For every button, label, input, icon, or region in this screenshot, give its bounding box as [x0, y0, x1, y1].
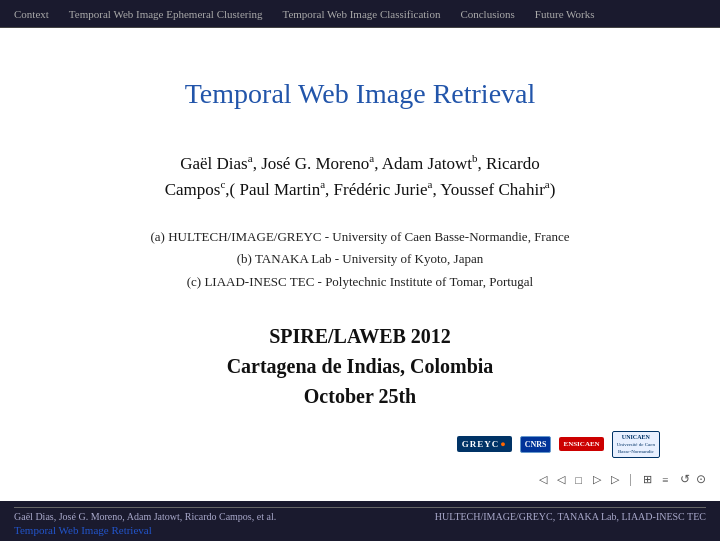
nav-page-btn[interactable]: □ [572, 473, 586, 487]
bottom-separator [14, 507, 706, 508]
slide-content: Temporal Web Image Retrieval Gaël Diasa,… [0, 28, 720, 501]
slide-nav-controls: ◁ ◁ □ ▷ ▷ | ⊞ ≡ ↺ ⊙ [536, 472, 706, 487]
nav-zoom-btn[interactable]: ⊞ [640, 473, 654, 487]
bottom-bar: Gaël Dias, José G. Moreno, Adam Jatowt, … [0, 501, 720, 541]
conf-line2: Cartagena de Indias, Colombia [227, 351, 494, 381]
author-dias: Gaël Diasa, José G. Morenoa, Adam Jatowt… [180, 154, 540, 173]
affil-c: (c) LIAAD-INESC TEC - Polytechnic Instit… [150, 271, 569, 293]
affil-a: (a) HULTECH/IMAGE/GREYC - University of … [150, 226, 569, 248]
slide-title: Temporal Web Image Retrieval [185, 78, 536, 110]
bottom-bar-top: Gaël Dias, José G. Moreno, Adam Jatowt, … [14, 511, 706, 522]
bottom-affiliation: HULTECH/IMAGE/GREYC, TANAKA Lab, LIAAD-I… [435, 511, 706, 522]
authors-block: Gaël Diasa, José G. Morenoa, Adam Jatowt… [165, 150, 556, 202]
nav-item-classification[interactable]: Temporal Web Image Classification [272, 8, 450, 20]
nav-loop-btn[interactable]: ↺ [680, 472, 690, 487]
conference-info: SPIRE/LAWEB 2012 Cartagena de Indias, Co… [227, 321, 494, 411]
nav-next-btn[interactable]: ▷ [590, 473, 604, 487]
logos-area: GREYC ● CNRS ENSICAEN UNICAENUniversité … [60, 431, 660, 459]
ensicaen-logo: ENSICAEN [559, 437, 603, 451]
nav-item-future[interactable]: Future Works [525, 8, 605, 20]
nav-config-btn[interactable]: ⊙ [696, 472, 706, 487]
conf-line1: SPIRE/LAWEB 2012 [227, 321, 494, 351]
nav-item-ephemeral[interactable]: Temporal Web Image Ephemeral Clustering [59, 8, 273, 20]
top-navigation: Context Temporal Web Image Ephemeral Clu… [0, 0, 720, 28]
nav-first-btn[interactable]: ◁ [536, 473, 550, 487]
affiliations-block: (a) HULTECH/IMAGE/GREYC - University of … [150, 226, 569, 292]
greyc-logo: GREYC ● [457, 436, 512, 452]
nav-menu-btn[interactable]: ≡ [658, 473, 672, 487]
nav-separator: | [630, 472, 632, 487]
nav-item-conclusions[interactable]: Conclusions [450, 8, 524, 20]
nav-last-btn[interactable]: ▷ [608, 473, 622, 487]
nav-item-context[interactable]: Context [10, 8, 59, 20]
cnrs-logo: CNRS [520, 436, 552, 453]
bottom-slide-title: Temporal Web Image Retrieval [14, 524, 706, 536]
nav-prev-btn[interactable]: ◁ [554, 473, 568, 487]
uncaen-logo: UNICAENUniversité de CaenBasse-Normandie [612, 431, 660, 459]
conf-line3: October 25th [227, 381, 494, 411]
bottom-authors: Gaël Dias, José G. Moreno, Adam Jatowt, … [14, 511, 276, 522]
affil-b: (b) TANAKA Lab - University of Kyoto, Ja… [150, 248, 569, 270]
author-campos: Camposc,( Paul Martina, Frédéric Juriea,… [165, 180, 556, 199]
